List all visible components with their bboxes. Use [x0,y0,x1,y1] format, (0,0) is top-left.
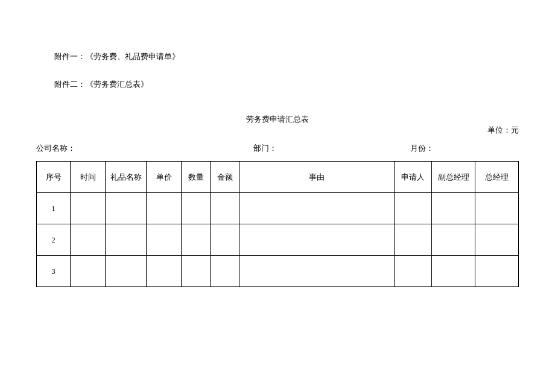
header-time: 时间 [71,162,106,193]
cell-reason [239,193,395,224]
cell-amount [211,224,239,256]
cell-gm [475,193,519,224]
cell-time [71,224,106,256]
header-unit-price: 单价 [147,162,182,193]
header-amount: 金额 [211,162,239,193]
table-row: 3 [37,256,519,287]
company-label: 公司名称： [36,144,75,153]
cell-amount [211,193,239,224]
header-seq: 序号 [37,162,71,193]
document-page: 附件一：《劳务费、礼品费申请单》 附件二：《劳务费汇总表》 劳务费申请汇总表 单… [0,0,555,299]
dept-label: 部门： [253,144,277,153]
cell-time [71,256,106,287]
attachment-line-1: 附件一：《劳务费、礼品费申请单》 [36,51,519,62]
cell-seq: 1 [37,193,71,224]
cell-applicant [395,193,432,224]
meta-dept: 部门： [253,143,410,154]
cell-seq: 3 [37,256,71,287]
cell-deputy-gm [432,193,475,224]
cell-unit-price [147,193,182,224]
meta-month: 月份： [410,143,519,154]
table-row: 2 [37,224,519,256]
month-label: 月份： [410,144,434,153]
unit-label: 单位：元 [487,125,519,136]
cell-applicant [395,256,432,287]
cell-quantity [182,193,211,224]
cell-quantity [182,224,211,256]
cell-seq: 2 [37,224,71,256]
header-applicant: 申请人 [395,162,432,193]
cell-deputy-gm [432,256,475,287]
header-quantity: 数量 [182,162,211,193]
table-row: 1 [37,193,519,224]
cell-applicant [395,224,432,256]
cell-gm [475,256,519,287]
summary-table: 序号 时间 礼品名称 单价 数量 金额 事由 申请人 副总经理 总经理 1 [36,161,519,287]
cell-unit-price [147,256,182,287]
cell-gift-name [106,193,147,224]
header-reason: 事由 [239,162,395,193]
title-row: 劳务费申请汇总表 单位：元 [36,114,519,125]
cell-reason [239,256,395,287]
document-title: 劳务费申请汇总表 [36,114,519,125]
attachment-line-2: 附件二：《劳务费汇总表》 [36,79,519,90]
cell-time [71,193,106,224]
table-header-row: 序号 时间 礼品名称 单价 数量 金额 事由 申请人 副总经理 总经理 [37,162,519,193]
cell-gift-name [106,256,147,287]
cell-deputy-gm [432,224,475,256]
header-gm: 总经理 [475,162,519,193]
header-deputy-gm: 副总经理 [432,162,475,193]
meta-company: 公司名称： [36,143,253,154]
cell-quantity [182,256,211,287]
cell-gm [475,224,519,256]
cell-gift-name [106,224,147,256]
meta-row: 公司名称： 部门： 月份： [36,143,519,154]
header-gift-name: 礼品名称 [106,162,147,193]
cell-unit-price [147,224,182,256]
cell-reason [239,224,395,256]
cell-amount [211,256,239,287]
